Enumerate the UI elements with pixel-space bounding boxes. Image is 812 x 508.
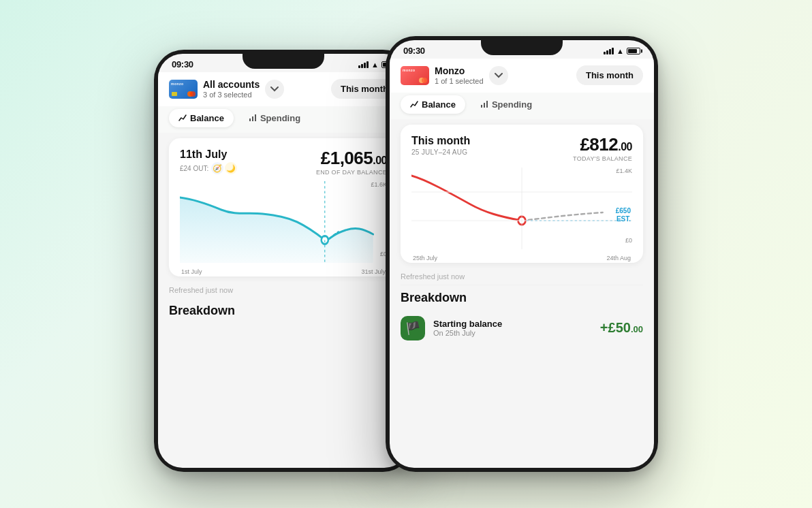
phone-1-account-info: monzo All accounts 3 of 3 selected xyxy=(169,79,284,99)
phone-1-balance-amount-block: £1,065.00 END OF DAY BALANCE xyxy=(316,148,387,176)
phone-1-tabs: Balance Spending xyxy=(158,106,409,133)
flag-icon: 🏴 xyxy=(405,321,420,336)
account-sub-2: 1 of 1 selected xyxy=(435,77,484,86)
breakdown-item: 🏴 Starting balance On 25th July +£50.00 xyxy=(390,309,654,347)
phone-2-balance-header: This month 25 JULY–24 AUG £812.00 TODAY'… xyxy=(411,134,632,162)
phone-2-chart: £1.4K £650 EST. £0 xyxy=(411,168,632,256)
card-circles-2 xyxy=(419,78,427,83)
phone-1-account-row: monzo All accounts 3 of 3 selected xyxy=(158,72,409,106)
breakdown-decimals: .00 xyxy=(631,324,643,334)
balance-amount-text: £1,065 xyxy=(321,148,373,168)
phone-1-balance-main: £1,065.00 xyxy=(316,148,387,169)
balance-decimals: .00 xyxy=(373,155,387,166)
battery-icon-2 xyxy=(627,48,640,54)
phone-2-account-info: monzo Monzo 1 of 1 selected xyxy=(401,65,508,86)
breakdown-item-icon: 🏴 xyxy=(401,316,425,340)
phone-1-refreshed: Refreshed just now xyxy=(158,282,409,298)
phone-1-notch xyxy=(243,50,324,69)
phone-1-balance-left: 11th July £24 OUT: 🧭 🌙 xyxy=(180,148,237,174)
card-chip xyxy=(172,92,177,96)
chevron-down-icon xyxy=(270,86,279,92)
phone-2-account-row: monzo Monzo 1 of 1 selected xyxy=(390,59,654,93)
account-dropdown-btn[interactable] xyxy=(265,80,284,99)
chart-2-y-top: £1.4K xyxy=(616,168,632,174)
chart-2-y-bottom: £0 xyxy=(625,237,632,244)
phone-1-balance-card: 11th July £24 OUT: 🧭 🌙 £1,065.00 xyxy=(169,138,398,276)
phone-2-tabs: Balance Spending xyxy=(390,93,654,119)
est-text: EST. xyxy=(616,215,631,223)
balance-out-text: £24 OUT: xyxy=(180,165,208,172)
breakdown-item-sub: On 25th July xyxy=(433,329,592,337)
phone-2-refreshed: Refreshed just now xyxy=(390,268,654,285)
card-circles xyxy=(187,91,196,97)
card-label: monzo xyxy=(171,82,184,86)
tab-spending[interactable]: Spending xyxy=(239,109,310,127)
phone-2-date-range: 25 JULY–24 AUG xyxy=(411,148,470,156)
spending-tab-icon xyxy=(249,114,257,122)
phone-2-balance-label: TODAY'S BALANCE xyxy=(573,155,632,162)
balance-decimals-2: .00 xyxy=(618,141,632,153)
phone-1: 09:30 ▲ m xyxy=(154,50,413,472)
phone-1-card-thumb: monzo xyxy=(169,80,198,99)
tab-spending-2[interactable]: Spending xyxy=(471,95,542,114)
breakdown-item-info: Starting balance On 25th July xyxy=(433,319,592,337)
svg-rect-2 xyxy=(255,114,256,121)
moon-icon: 🌙 xyxy=(225,162,237,174)
phone-1-account-text: All accounts 3 of 3 selected xyxy=(203,79,260,99)
account-sub: 3 of 3 selected xyxy=(203,91,260,99)
phone-2-balance-period: This month xyxy=(411,134,470,147)
tab-spending-label: Spending xyxy=(260,113,300,123)
phone-2-balance-main: £812.00 xyxy=(573,134,632,155)
phone-2: 09:30 ▲ m xyxy=(386,36,658,472)
phone-1-balance-sub: £24 OUT: 🧭 🌙 xyxy=(180,162,237,174)
chart-svg-2 xyxy=(411,168,632,249)
phone-1-balance-date: 11th July xyxy=(180,148,237,161)
chart-2-x-labels: 25th July 24th Aug xyxy=(411,255,632,261)
svg-rect-1 xyxy=(252,116,253,121)
phone-2-screen: 09:30 ▲ m xyxy=(390,40,654,468)
svg-rect-4 xyxy=(481,105,482,108)
tab-balance[interactable]: Balance xyxy=(169,109,234,127)
svg-rect-5 xyxy=(484,103,485,108)
phone-1-time: 09:30 xyxy=(172,59,193,69)
chart-x-labels: 1st July 31st July xyxy=(180,268,387,275)
phone-1-breakdown-title: Breakdown xyxy=(158,298,409,322)
phone-2-account-text: Monzo 1 of 1 selected xyxy=(435,65,484,86)
phone-2-balance-left: This month 25 JULY–24 AUG xyxy=(411,134,470,156)
tab-balance-2[interactable]: Balance xyxy=(401,95,465,114)
nav-icon: 🧭 xyxy=(211,162,223,174)
phone-2-card-thumb: monzo xyxy=(401,66,429,85)
balance-tab-icon xyxy=(178,114,187,122)
tab-balance-label: Balance xyxy=(190,113,224,123)
out-icons: 🧭 🌙 xyxy=(211,162,237,174)
signal-icon xyxy=(358,61,369,68)
breakdown-item-name: Starting balance xyxy=(433,319,592,329)
phone-2-this-month-btn[interactable]: This month xyxy=(576,65,643,85)
phone-1-chart: £1.6K £0 xyxy=(180,181,387,270)
chart-2-x-left: 25th July xyxy=(413,255,437,261)
phone-1-screen: 09:30 ▲ m xyxy=(158,54,409,468)
spending-tab-icon-2 xyxy=(480,100,488,108)
breakdown-item-amount: +£50.00 xyxy=(600,320,643,336)
chart-x-right: 31st July xyxy=(361,268,386,275)
phone-2-notch xyxy=(481,36,563,55)
phone-1-balance-label: END OF DAY BALANCE xyxy=(316,169,387,176)
balance-tab-icon-2 xyxy=(410,100,418,108)
phone-2-time: 09:30 xyxy=(403,46,425,56)
est-amount: £650 xyxy=(616,207,631,215)
account-dropdown-btn-2[interactable] xyxy=(489,66,508,85)
chart-x-left: 1st July xyxy=(181,268,202,275)
tab-spending-label-2: Spending xyxy=(492,99,532,110)
wifi-icon: ▲ xyxy=(371,61,379,69)
phone-1-balance-header: 11th July £24 OUT: 🧭 🌙 £1,065.00 xyxy=(180,148,387,176)
wifi-icon-2: ▲ xyxy=(616,47,624,55)
phone-2-balance-amount-block: £812.00 TODAY'S BALANCE xyxy=(573,134,632,162)
chart-2-x-right: 24th Aug xyxy=(606,255,631,261)
svg-rect-0 xyxy=(249,118,251,121)
breakdown-amount-text: +£50.00 xyxy=(600,320,643,335)
chevron-down-icon-2 xyxy=(495,73,503,78)
balance-amount-text-2: £812 xyxy=(580,134,618,155)
monzo-card-label: monzo xyxy=(403,68,416,72)
svg-rect-6 xyxy=(486,101,488,108)
chart-y-top: £1.6K xyxy=(371,181,387,188)
